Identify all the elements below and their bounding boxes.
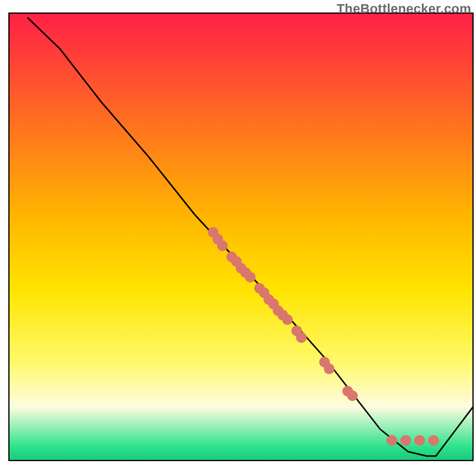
marker-dot xyxy=(387,435,397,446)
watermark-text: TheBottlenecker.com xyxy=(337,1,471,17)
chart-svg xyxy=(0,0,476,476)
marker-dot xyxy=(347,390,358,401)
marker-dot xyxy=(324,364,334,374)
chart-container: TheBottlenecker.com xyxy=(0,0,476,476)
marker-dot xyxy=(245,272,256,283)
marker-dot xyxy=(296,332,306,343)
marker-dot xyxy=(282,314,293,325)
marker-dot xyxy=(428,435,439,446)
marker-dot xyxy=(400,435,411,446)
gradient-background xyxy=(9,13,473,461)
marker-dot xyxy=(217,240,228,251)
marker-dot xyxy=(414,435,425,446)
